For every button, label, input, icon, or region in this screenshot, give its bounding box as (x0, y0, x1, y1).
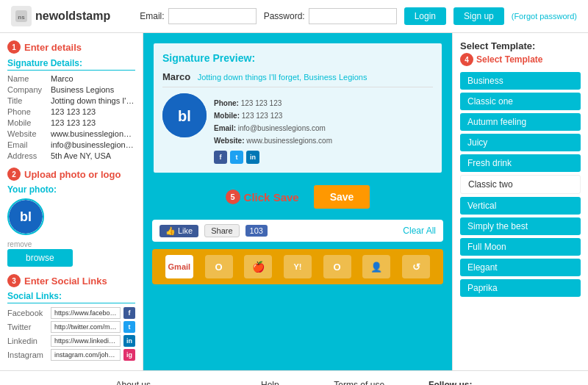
click-save-area: 5 Click Save Save (152, 181, 443, 212)
other-icon[interactable]: ↺ (402, 255, 430, 278)
like-label: Like (178, 226, 193, 235)
forgot-password-link[interactable]: (Forgot password) (512, 12, 577, 21)
sig-facebook-icon: f (214, 151, 227, 164)
outlook-icon[interactable]: O (205, 255, 233, 278)
footer-col-3: Terms of use Blog (334, 380, 384, 385)
step3-circle: 3 (7, 274, 21, 287)
twitter-icon: t (123, 321, 135, 333)
thumbs-up-icon: 👍 (165, 226, 176, 236)
sig-social-icons: f t in (214, 151, 332, 164)
apple-mail-icon[interactable]: 🍎 (244, 255, 272, 278)
twitter-input[interactable] (51, 321, 121, 333)
field-email: Email info@businesslegions.com (7, 140, 135, 149)
help-link[interactable]: Help (261, 380, 290, 385)
your-photo-label: Your photo: (7, 184, 135, 195)
password-label: Password: (264, 11, 305, 21)
signature-details-title: Signature Details: (7, 58, 135, 71)
template-elegant[interactable]: Elegant (460, 259, 581, 276)
field-phone: Phone 123 123 123 (7, 107, 135, 116)
logo-text: newoldstamp (35, 10, 110, 23)
avatar: bl (9, 200, 43, 234)
footer-follow: Follow us: f t (429, 380, 472, 385)
email-field-group: Email: (140, 8, 256, 24)
facebook-icon: f (123, 307, 135, 319)
template-vertical[interactable]: Vertical (460, 197, 581, 215)
step2-label: Upload photo or logo (24, 169, 121, 180)
template-business[interactable]: Business (460, 72, 581, 90)
about-us-link[interactable]: About us (116, 380, 217, 385)
remove-link[interactable]: remove (7, 240, 32, 248)
sig-linkedin-icon: in (246, 151, 259, 164)
terms-link[interactable]: Terms of use (334, 380, 384, 385)
sig-name-row: Marco Jotting down things I'll forget, B… (162, 71, 433, 87)
social-row-facebook: Facebook f (7, 307, 135, 319)
svg-text:ns: ns (18, 14, 25, 21)
browse-button[interactable]: browse (7, 249, 73, 267)
facebook-input[interactable] (51, 307, 121, 319)
field-website: Website www.businesslegions.com (7, 129, 135, 138)
field-title: Title Jotting down things I'll forget (7, 96, 135, 105)
svg-text:bl: bl (178, 108, 191, 124)
share-count: 103 (245, 225, 268, 237)
instagram-input[interactable] (51, 349, 121, 361)
footer: About us Contact us Email signature exam… (0, 370, 588, 385)
thunderbird-icon[interactable]: 👤 (362, 255, 390, 278)
social-row-linkedin: Linkedin in (7, 335, 135, 347)
save-button[interactable]: Save (314, 185, 370, 209)
template-juicy[interactable]: Juicy (460, 134, 581, 151)
field-mobile: Mobile 123 123 123 (7, 118, 135, 127)
email-input[interactable] (168, 8, 257, 24)
email-clients-bar: Gmail O 🍎 Y! O 👤 ↺ (152, 249, 443, 284)
sig-name: Marco (162, 71, 190, 82)
step2-circle: 2 (7, 168, 21, 181)
preview-title: Signature Preview: (162, 52, 433, 64)
signature-fields: Name Marco Company Business Legions Titl… (7, 74, 135, 160)
website-sig-label: Website: (214, 137, 246, 145)
select-template-title: Select Template: (460, 40, 581, 51)
template-classic-two[interactable]: Classic two (460, 175, 581, 194)
footer-col-2: Help Privacy (261, 380, 290, 385)
sig-preview: bl Phone: 123 123 123 Mobile: 123 123 12… (162, 93, 433, 164)
header: ns newoldstamp Email: Password: Login Si… (0, 0, 588, 33)
sig-avatar: bl (162, 93, 207, 137)
step1-title: 1 Enter details (7, 40, 135, 54)
follow-us-label: Follow us: (429, 380, 472, 385)
login-button[interactable]: Login (404, 7, 446, 25)
signup-button[interactable]: Sign up (453, 7, 504, 25)
sig-contact-info: Phone: 123 123 123 Mobile: 123 123 123 E… (214, 97, 332, 147)
social-row-twitter: Twitter t (7, 321, 135, 333)
social-row-instagram: Instagram ig (7, 349, 135, 361)
sig-twitter-icon: t (230, 151, 243, 164)
step1-label: Enter details (24, 42, 82, 53)
template-fresh-drink[interactable]: Fresh drink (460, 154, 581, 172)
share-button[interactable]: Share (204, 224, 239, 237)
field-company: Company Business Legions (7, 85, 135, 94)
outlook2-icon[interactable]: O (323, 255, 351, 278)
email-sig-label: Email: (214, 124, 238, 132)
sig-tagline: Jotting down things I'll forget, Busines… (198, 73, 368, 82)
facebook-like-button[interactable]: 👍 Like (159, 225, 198, 237)
template-paprika[interactable]: Paprika (460, 279, 581, 297)
step4-circle: 4 (460, 53, 473, 66)
template-simply-the-best[interactable]: Simply the best (460, 217, 581, 235)
template-classic-one[interactable]: Classic one (460, 93, 581, 110)
gmail-icon[interactable]: Gmail (165, 255, 193, 278)
main-layout: 1 Enter details Signature Details: Name … (0, 33, 588, 370)
step5-label: 5 Click Save (226, 190, 299, 204)
linkedin-icon: in (123, 335, 135, 347)
social-share-bar: 👍 Like Share 103 Clear All (152, 220, 443, 242)
step5-circle: 5 (226, 190, 240, 204)
clear-all-link[interactable]: Clear All (403, 226, 436, 236)
click-save-text: Click Save (244, 191, 299, 204)
linkedin-input[interactable] (51, 335, 121, 347)
email-label: Email: (140, 11, 164, 21)
photo-section: 2 Upload photo or logo Your photo: bl re… (7, 168, 135, 267)
sig-details: Phone: 123 123 123 Mobile: 123 123 123 E… (214, 93, 332, 164)
password-input[interactable] (309, 8, 397, 24)
template-autumn-feeling[interactable]: Autumn feeling (460, 113, 581, 131)
social-section: 3 Enter Social Links Social Links: Faceb… (7, 274, 135, 361)
phone-label: Phone: (214, 99, 241, 107)
mobile-label: Mobile: (214, 112, 242, 120)
template-full-moon[interactable]: Full Moon (460, 238, 581, 256)
yahoo-icon[interactable]: Y! (284, 255, 312, 278)
